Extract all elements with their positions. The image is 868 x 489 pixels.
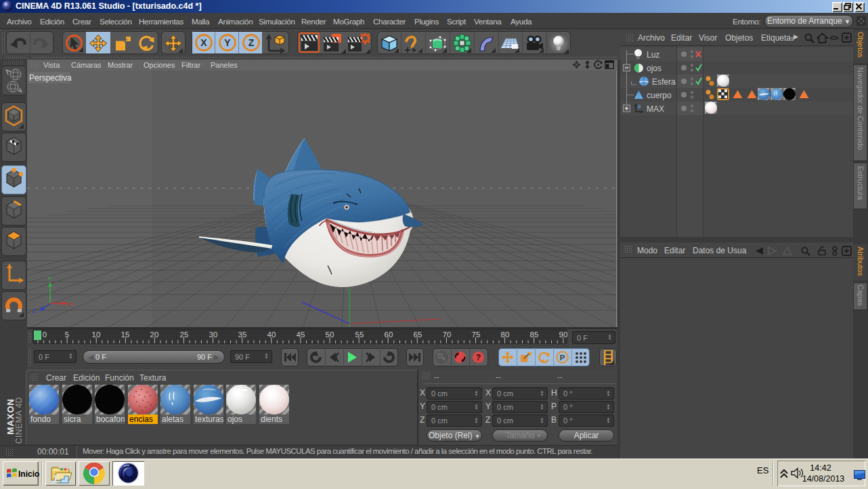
svg-text:65: 65 <box>414 331 422 339</box>
svg-text:20: 20 <box>150 331 159 339</box>
svg-text:45: 45 <box>297 331 305 339</box>
svg-text:X: X <box>69 301 73 307</box>
svg-text:Perspectiva: Perspectiva <box>29 73 72 83</box>
svg-text:10: 10 <box>92 331 101 339</box>
svg-text:40: 40 <box>267 331 276 339</box>
svg-text:75: 75 <box>472 331 481 339</box>
svg-text:80: 80 <box>501 331 510 339</box>
svg-text:Y: Y <box>47 275 51 282</box>
svg-text:35: 35 <box>238 331 247 339</box>
svg-text:5: 5 <box>65 331 69 339</box>
svg-text:Z: Z <box>32 307 37 314</box>
svg-text:85: 85 <box>530 331 539 339</box>
svg-text:0: 0 <box>43 331 47 339</box>
svg-text:15: 15 <box>121 331 130 339</box>
svg-text:30: 30 <box>209 331 218 339</box>
svg-text:0: 0 <box>638 104 641 110</box>
svg-text:70: 70 <box>443 331 452 339</box>
svg-text:60: 60 <box>385 331 393 339</box>
svg-text:25: 25 <box>180 331 189 339</box>
svg-text:Z: Z <box>248 37 255 48</box>
svg-text:P: P <box>560 354 565 362</box>
svg-text:50: 50 <box>326 331 334 339</box>
svg-text:55: 55 <box>355 331 364 339</box>
svg-text:?: ? <box>476 353 481 362</box>
svg-text:X: X <box>200 37 207 48</box>
svg-text:Y: Y <box>224 37 231 48</box>
svg-text:90: 90 <box>559 331 567 339</box>
